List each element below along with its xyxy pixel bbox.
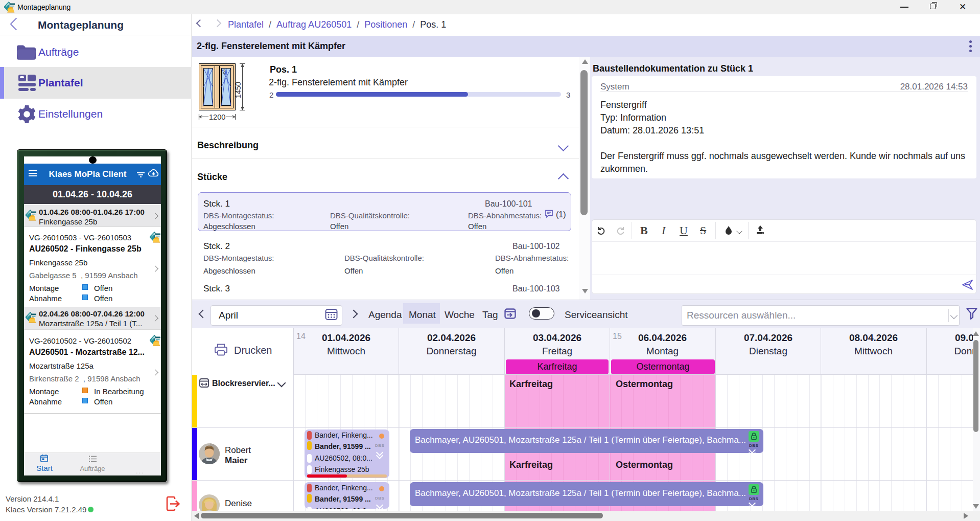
svg-text:2: 2 <box>223 69 226 75</box>
svg-text:1450: 1450 <box>234 82 242 98</box>
svg-text:1200: 1200 <box>209 113 225 121</box>
